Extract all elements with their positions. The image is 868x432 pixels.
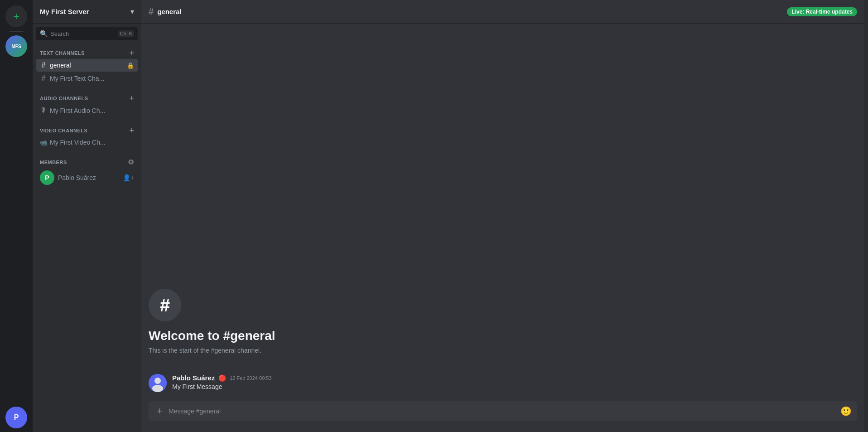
video-channels-header: VIDEO CHANNELS + xyxy=(36,126,138,135)
add-audio-channel-button[interactable]: + xyxy=(129,94,134,102)
server-bar: + MFS P xyxy=(0,0,33,432)
message-group: Pablo Suárez 🔴 12 Feb 2024 00:53 My Firs… xyxy=(141,372,864,394)
text-channels-header: TEXT CHANNELS + xyxy=(36,49,138,57)
welcome-title: Welcome to #general xyxy=(149,329,857,343)
message-input-box: + 🙂 xyxy=(149,401,857,421)
member-avatar-pablo: P xyxy=(40,170,54,185)
live-badge: Live: Real-time updates xyxy=(787,7,857,16)
channel-header-name: general xyxy=(157,8,181,15)
add-server-button[interactable]: + xyxy=(5,5,27,27)
audio-channels-section: AUDIO CHANNELS + 🎙 My First Audio Ch... xyxy=(33,87,141,119)
message-input[interactable] xyxy=(169,403,837,419)
member-item-pablo[interactable]: P Pablo Suárez 👤+ xyxy=(36,168,138,187)
message-timestamp: 12 Feb 2024 00:53 xyxy=(230,375,271,381)
emoji-button[interactable]: 🙂 xyxy=(840,406,852,417)
audio-channels-header: AUDIO CHANNELS + xyxy=(36,94,138,102)
welcome-section: # Welcome to #general This is the start … xyxy=(141,289,864,372)
channel-item-audio1[interactable]: 🎙 My First Audio Ch... xyxy=(36,104,138,117)
microphone-icon: 🎙 xyxy=(40,107,47,115)
user-avatar-initial: P xyxy=(14,413,19,422)
members-section: MEMBERS ⚙ P Pablo Suárez 👤+ xyxy=(33,150,141,189)
server-icon-my-first-server[interactable]: MFS xyxy=(5,35,27,57)
video-channels-section: VIDEO CHANNELS + 📹 My First Video Ch... xyxy=(33,119,141,150)
message-input-area: + 🙂 xyxy=(141,401,864,432)
welcome-icon: # xyxy=(149,289,181,321)
server-bar-divider xyxy=(9,31,24,32)
channel-name-video1: My First Video Ch... xyxy=(50,139,134,146)
right-scrollbar xyxy=(864,0,868,432)
message-avatar-pablo xyxy=(149,374,167,392)
channel-item-text1[interactable]: # My First Text Cha... xyxy=(36,72,138,85)
channel-name-text1: My First Text Cha... xyxy=(50,75,134,82)
hash-icon: # xyxy=(40,61,47,69)
message-text: My First Message xyxy=(172,383,857,391)
message-input-add-button[interactable]: + xyxy=(154,406,165,417)
avatar-image xyxy=(149,374,167,392)
message-author: Pablo Suárez xyxy=(172,374,215,382)
messages-area: # Welcome to #general This is the start … xyxy=(141,24,864,401)
chevron-down-icon: ▾ xyxy=(130,7,134,16)
message-content-pablo: Pablo Suárez 🔴 12 Feb 2024 00:53 My Firs… xyxy=(172,374,857,392)
hash-icon-2: # xyxy=(40,74,47,83)
message-header: Pablo Suárez 🔴 12 Feb 2024 00:53 xyxy=(172,374,857,382)
search-icon: 🔍 xyxy=(40,30,48,37)
add-text-channel-button[interactable]: + xyxy=(129,49,134,57)
server-name: My First Server xyxy=(40,8,127,15)
audio-channels-title: AUDIO CHANNELS xyxy=(40,96,129,101)
main-content: # general Live: Real-time updates # Welc… xyxy=(141,0,864,432)
members-header: MEMBERS ⚙ xyxy=(36,158,138,166)
search-bar[interactable]: 🔍 Search Ctrl K xyxy=(36,27,138,40)
welcome-subtitle: This is the start of the #general channe… xyxy=(149,347,857,354)
members-settings-button[interactable]: ⚙ xyxy=(128,158,134,166)
lock-icon: 🔒 xyxy=(127,62,134,69)
channel-name-general: general xyxy=(50,62,124,69)
server-header[interactable]: My First Server ▾ xyxy=(33,0,141,24)
search-shortcut: Ctrl K xyxy=(118,30,135,37)
add-video-channel-button[interactable]: + xyxy=(129,126,134,135)
text-channels-title: TEXT CHANNELS xyxy=(40,50,129,56)
svg-point-1 xyxy=(154,378,161,384)
channel-item-video1[interactable]: 📹 My First Video Ch... xyxy=(36,136,138,148)
member-name-pablo: Pablo Suárez xyxy=(58,174,119,181)
member-add-icon[interactable]: 👤+ xyxy=(123,174,134,181)
user-avatar-bar[interactable]: P xyxy=(5,407,27,428)
channel-header: # general Live: Real-time updates xyxy=(141,0,864,24)
welcome-hash-icon: # xyxy=(160,295,170,316)
search-label: Search xyxy=(50,30,116,37)
video-channels-title: VIDEO CHANNELS xyxy=(40,128,129,133)
channel-header-hash-icon: # xyxy=(149,6,154,17)
video-icon: 📹 xyxy=(40,139,47,146)
channel-name-audio1: My First Audio Ch... xyxy=(50,107,134,114)
verified-icon: 🔴 xyxy=(218,374,226,382)
text-channels-section: TEXT CHANNELS + # general 🔒 # My First T… xyxy=(33,42,141,87)
svg-point-2 xyxy=(152,385,163,392)
channel-sidebar: My First Server ▾ 🔍 Search Ctrl K TEXT C… xyxy=(33,0,141,432)
members-title: MEMBERS xyxy=(40,160,128,165)
channel-item-general[interactable]: # general 🔒 xyxy=(36,59,138,72)
